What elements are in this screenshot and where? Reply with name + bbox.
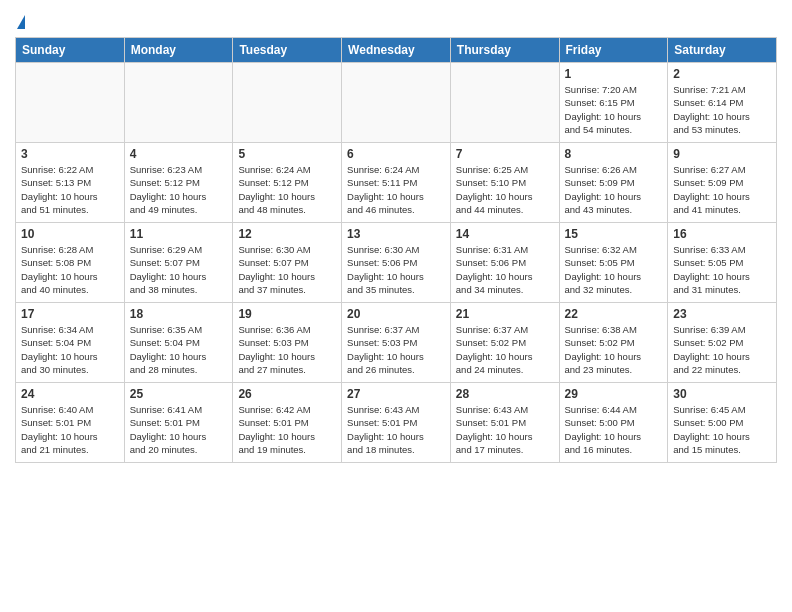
cell-text-line: Sunset: 5:03 PM: [238, 337, 308, 348]
cell-text-line: Daylight: 10 hours: [130, 351, 207, 362]
day-number: 28: [456, 387, 554, 401]
cell-text-line: and 28 minutes.: [130, 364, 198, 375]
calendar-cell-w3-d0: 17Sunrise: 6:34 AMSunset: 5:04 PMDayligh…: [16, 303, 125, 383]
day-number: 2: [673, 67, 771, 81]
calendar-cell-w4-d3: 27Sunrise: 6:43 AMSunset: 5:01 PMDayligh…: [342, 383, 451, 463]
cell-text-line: and 21 minutes.: [21, 444, 89, 455]
cell-text-line: and 48 minutes.: [238, 204, 306, 215]
day-number: 6: [347, 147, 445, 161]
day-number: 8: [565, 147, 663, 161]
cell-text-line: Sunset: 5:01 PM: [130, 417, 200, 428]
cell-text-line: and 40 minutes.: [21, 284, 89, 295]
day-number: 17: [21, 307, 119, 321]
cell-text-line: Sunrise: 6:37 AM: [347, 324, 419, 335]
calendar-cell-w1-d1: 4Sunrise: 6:23 AMSunset: 5:12 PMDaylight…: [124, 143, 233, 223]
cell-text-line: and 54 minutes.: [565, 124, 633, 135]
cell-text-line: Sunset: 5:12 PM: [130, 177, 200, 188]
cell-text-line: and 37 minutes.: [238, 284, 306, 295]
cell-text-line: Sunset: 5:04 PM: [130, 337, 200, 348]
cell-text-line: Sunset: 5:13 PM: [21, 177, 91, 188]
calendar-cell-w4-d6: 30Sunrise: 6:45 AMSunset: 5:00 PMDayligh…: [668, 383, 777, 463]
day-number: 25: [130, 387, 228, 401]
cell-text-line: Sunset: 5:01 PM: [347, 417, 417, 428]
weekday-header-monday: Monday: [124, 38, 233, 63]
cell-text-line: Sunset: 5:12 PM: [238, 177, 308, 188]
day-number: 22: [565, 307, 663, 321]
cell-text-line: Sunrise: 6:27 AM: [673, 164, 745, 175]
cell-text-line: Sunset: 5:01 PM: [456, 417, 526, 428]
cell-text-line: and 20 minutes.: [130, 444, 198, 455]
cell-text-line: Daylight: 10 hours: [456, 271, 533, 282]
day-number: 14: [456, 227, 554, 241]
weekday-header-friday: Friday: [559, 38, 668, 63]
logo-icon: [17, 15, 25, 29]
calendar-cell-w0-d1: [124, 63, 233, 143]
cell-text-line: Sunset: 5:02 PM: [456, 337, 526, 348]
cell-text-line: and 23 minutes.: [565, 364, 633, 375]
cell-text-line: Sunset: 5:06 PM: [347, 257, 417, 268]
cell-text-line: and 51 minutes.: [21, 204, 89, 215]
cell-text-line: and 46 minutes.: [347, 204, 415, 215]
cell-text-line: Sunrise: 6:32 AM: [565, 244, 637, 255]
cell-text-line: Daylight: 10 hours: [565, 431, 642, 442]
cell-text-line: Sunset: 5:05 PM: [565, 257, 635, 268]
cell-text-line: Sunrise: 7:20 AM: [565, 84, 637, 95]
cell-text-line: Daylight: 10 hours: [565, 111, 642, 122]
cell-text-line: Daylight: 10 hours: [238, 431, 315, 442]
cell-text-line: Daylight: 10 hours: [238, 271, 315, 282]
day-number: 23: [673, 307, 771, 321]
cell-text-line: Sunrise: 6:33 AM: [673, 244, 745, 255]
cell-text-line: Daylight: 10 hours: [673, 191, 750, 202]
calendar-cell-w0-d2: [233, 63, 342, 143]
cell-text-line: Sunrise: 6:40 AM: [21, 404, 93, 415]
day-number: 20: [347, 307, 445, 321]
logo: [15, 10, 25, 29]
cell-text-line: Sunset: 5:04 PM: [21, 337, 91, 348]
cell-text-line: Sunrise: 6:43 AM: [347, 404, 419, 415]
cell-text-line: Sunrise: 6:29 AM: [130, 244, 202, 255]
day-number: 21: [456, 307, 554, 321]
cell-text-line: and 44 minutes.: [456, 204, 524, 215]
cell-text-line: Daylight: 10 hours: [347, 351, 424, 362]
day-number: 24: [21, 387, 119, 401]
cell-text-line: Daylight: 10 hours: [347, 431, 424, 442]
calendar-cell-w3-d1: 18Sunrise: 6:35 AMSunset: 5:04 PMDayligh…: [124, 303, 233, 383]
cell-text-line: Sunrise: 6:38 AM: [565, 324, 637, 335]
cell-text-line: Daylight: 10 hours: [238, 351, 315, 362]
cell-text-line: and 26 minutes.: [347, 364, 415, 375]
cell-text-line: Sunrise: 6:36 AM: [238, 324, 310, 335]
calendar-cell-w0-d5: 1Sunrise: 7:20 AMSunset: 6:15 PMDaylight…: [559, 63, 668, 143]
cell-text-line: Daylight: 10 hours: [347, 271, 424, 282]
cell-text-line: Sunrise: 6:26 AM: [565, 164, 637, 175]
day-number: 1: [565, 67, 663, 81]
day-number: 18: [130, 307, 228, 321]
calendar-cell-w4-d4: 28Sunrise: 6:43 AMSunset: 5:01 PMDayligh…: [450, 383, 559, 463]
cell-text-line: Sunrise: 6:23 AM: [130, 164, 202, 175]
calendar-cell-w0-d3: [342, 63, 451, 143]
header: [15, 10, 777, 29]
cell-text-line: Daylight: 10 hours: [21, 191, 98, 202]
day-number: 26: [238, 387, 336, 401]
calendar-table: SundayMondayTuesdayWednesdayThursdayFrid…: [15, 37, 777, 463]
calendar-cell-w2-d1: 11Sunrise: 6:29 AMSunset: 5:07 PMDayligh…: [124, 223, 233, 303]
cell-text-line: Sunrise: 6:37 AM: [456, 324, 528, 335]
calendar-cell-w1-d6: 9Sunrise: 6:27 AMSunset: 5:09 PMDaylight…: [668, 143, 777, 223]
day-number: 11: [130, 227, 228, 241]
cell-text-line: Daylight: 10 hours: [565, 191, 642, 202]
cell-text-line: Sunrise: 6:43 AM: [456, 404, 528, 415]
cell-text-line: and 27 minutes.: [238, 364, 306, 375]
day-number: 29: [565, 387, 663, 401]
cell-text-line: Sunrise: 6:39 AM: [673, 324, 745, 335]
cell-text-line: Daylight: 10 hours: [21, 351, 98, 362]
calendar-cell-w4-d1: 25Sunrise: 6:41 AMSunset: 5:01 PMDayligh…: [124, 383, 233, 463]
cell-text-line: Sunrise: 6:41 AM: [130, 404, 202, 415]
cell-text-line: Sunrise: 6:31 AM: [456, 244, 528, 255]
cell-text-line: Sunrise: 6:30 AM: [238, 244, 310, 255]
cell-text-line: Sunset: 5:07 PM: [238, 257, 308, 268]
cell-text-line: Daylight: 10 hours: [673, 271, 750, 282]
calendar-cell-w1-d4: 7Sunrise: 6:25 AMSunset: 5:10 PMDaylight…: [450, 143, 559, 223]
calendar-cell-w1-d0: 3Sunrise: 6:22 AMSunset: 5:13 PMDaylight…: [16, 143, 125, 223]
cell-text-line: Daylight: 10 hours: [673, 111, 750, 122]
calendar-cell-w4-d5: 29Sunrise: 6:44 AMSunset: 5:00 PMDayligh…: [559, 383, 668, 463]
calendar-cell-w4-d0: 24Sunrise: 6:40 AMSunset: 5:01 PMDayligh…: [16, 383, 125, 463]
